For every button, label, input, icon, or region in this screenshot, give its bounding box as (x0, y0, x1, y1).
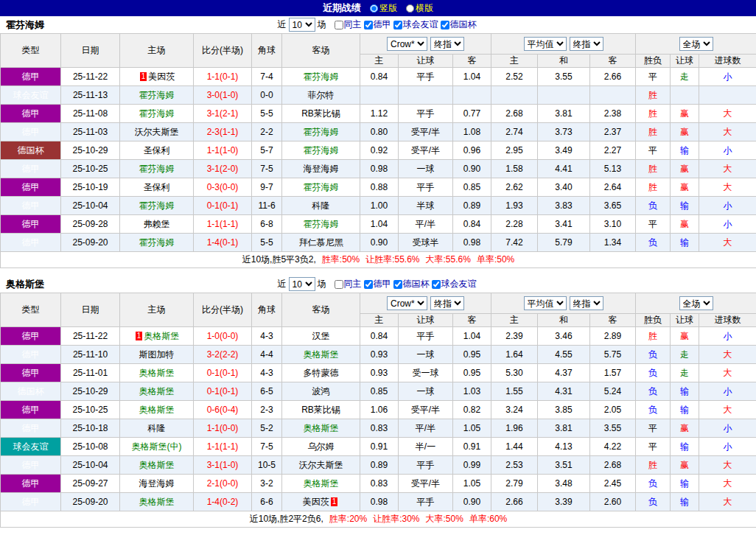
home-team-name[interactable]: 霍芬海姆 (139, 164, 175, 174)
match-date-cell: 25-10-08 (61, 438, 120, 456)
away-team-name[interactable]: RB莱比锡 (301, 405, 340, 415)
filter-checkbox[interactable]: 同主 (335, 18, 362, 31)
avg-source-select[interactable]: 平均值 (524, 296, 567, 310)
filter-checkbox[interactable]: 球会友谊 (432, 278, 477, 290)
away-team-name[interactable]: 沃尔夫斯堡 (299, 460, 343, 470)
near-label: 近 (278, 278, 287, 290)
result-cell: 胜 (636, 327, 671, 346)
home-team-name[interactable]: 圣保利 (144, 182, 170, 192)
filter-bar: 霍芬海姆 近 10 场 同主德甲球会友谊德国杯 (0, 16, 756, 33)
home-team-name[interactable]: 霍芬海姆 (139, 200, 175, 211)
odds-final-select[interactable]: 终指 (430, 37, 464, 51)
filter-checkbox[interactable]: 德国杯 (393, 278, 430, 290)
away-team-name[interactable]: 海登海姆 (304, 164, 339, 174)
filter-checkbox[interactable]: 德甲 (364, 18, 391, 31)
handicap-result-cell: 赢 (671, 327, 699, 346)
home-team-name[interactable]: 奥格斯堡 (144, 331, 179, 341)
away-team-name[interactable]: 乌尔姆 (308, 441, 335, 452)
layout-vertical-option[interactable]: 竖版 (370, 2, 397, 15)
match-row: 球会友谊25-10-08奥格斯堡(中)1-1(1-1)7-5乌尔姆0.91半/一… (1, 438, 756, 456)
score-cell: 1-1(1-1) (194, 215, 252, 234)
filter-checkbox[interactable]: 德甲 (364, 278, 391, 290)
match-count-select[interactable]: 10 (289, 277, 315, 291)
checkbox-input[interactable] (393, 21, 402, 29)
home-team-name[interactable]: 美因茨 (148, 71, 175, 82)
away-team-name[interactable]: 波鸿 (312, 386, 330, 396)
home-team-name[interactable]: 奥格斯堡 (139, 386, 175, 396)
checkbox-input[interactable] (364, 280, 373, 289)
home-team-name[interactable]: 奥格斯堡 (139, 405, 175, 415)
away-team-name[interactable]: 科隆 (312, 200, 330, 211)
checkbox-input[interactable] (393, 280, 402, 289)
home-team-name[interactable]: 奥格斯堡 (139, 460, 175, 470)
home-team-name[interactable]: 霍芬海姆 (139, 108, 175, 119)
filter-checkbox[interactable]: 同主 (335, 278, 362, 290)
checkbox-input[interactable] (335, 21, 343, 29)
odds-away-cell: 0.90 (453, 493, 491, 511)
home-team-name[interactable]: 科隆 (148, 423, 166, 433)
away-team-name[interactable]: 奥格斯堡 (304, 423, 339, 433)
home-team-name[interactable]: 圣保利 (144, 145, 170, 155)
col-odds-home: 主 (360, 55, 399, 68)
away-team-name[interactable]: 美因茨 (303, 497, 329, 507)
away-team-name[interactable]: 菲尔特 (308, 90, 335, 100)
match-count-select[interactable]: 10 (289, 18, 315, 32)
handicap-result-cell: 输 (671, 438, 699, 456)
away-team-name[interactable]: 汉堡 (312, 331, 330, 341)
handicap-result-cell: 赢 (671, 105, 699, 123)
result-cell: 胜 (636, 160, 671, 178)
away-team-name[interactable]: 奥格斯堡 (304, 478, 339, 489)
checkbox-input[interactable] (432, 280, 441, 289)
away-team-name[interactable]: 霍芬海姆 (304, 219, 339, 229)
home-team-name[interactable]: 奥格斯堡 (139, 368, 175, 378)
checkbox-input[interactable] (364, 21, 373, 29)
away-team-name[interactable]: 多特蒙德 (304, 368, 339, 378)
col-date: 日期 (61, 293, 120, 327)
home-team-name[interactable]: 霍芬海姆 (139, 90, 175, 100)
odds-source-select[interactable]: Crow* (387, 37, 427, 51)
avg-away-cell: 5.13 (590, 160, 636, 178)
away-team-cell: RB莱比锡 (282, 105, 360, 123)
home-team-name[interactable]: 奥格斯堡 (139, 497, 175, 507)
home-team-name[interactable]: 霍芬海姆 (139, 237, 175, 248)
horizontal-radio[interactable] (406, 4, 414, 13)
away-team-name[interactable]: 霍芬海姆 (304, 145, 339, 155)
result-cell: 平 (636, 419, 671, 438)
vertical-radio[interactable] (370, 4, 378, 13)
odds-handicap-cell: 平手 (399, 493, 453, 511)
layout-horizontal-option[interactable]: 横版 (406, 2, 433, 15)
odds-handicap-cell (399, 86, 453, 105)
away-team-name[interactable]: 奥格斯堡 (304, 349, 339, 360)
away-team-name[interactable]: 霍芬海姆 (304, 182, 339, 192)
goals-result-cell: 大 (699, 178, 756, 197)
score-cell: 3-1(2-0) (194, 160, 252, 178)
avg-final-select[interactable]: 终指 (570, 296, 603, 310)
goals-result-cell: 小 (699, 438, 756, 456)
avg-source-select[interactable]: 平均值 (524, 37, 567, 51)
home-team-name[interactable]: 斯图加特 (139, 349, 175, 360)
filter-checkbox[interactable]: 德国杯 (441, 18, 477, 31)
odds-handicap-cell: 一球 (399, 346, 453, 364)
away-team-name[interactable]: 霍芬海姆 (304, 127, 339, 137)
home-team-name[interactable]: 海登海姆 (139, 478, 175, 489)
checkbox-input[interactable] (441, 21, 449, 29)
col-away: 客场 (282, 293, 360, 327)
checkbox-input[interactable] (335, 280, 343, 289)
avg-draw-cell: 3.40 (538, 178, 590, 197)
filter-checkbox[interactable]: 球会友谊 (393, 18, 438, 31)
scope-select[interactable]: 全场 (679, 37, 713, 51)
avg-final-select[interactable]: 终指 (570, 37, 603, 51)
away-team-name[interactable]: RB莱比锡 (301, 108, 340, 119)
handicap-result-cell: 赢 (671, 123, 699, 141)
odds-away-cell: 1.03 (453, 382, 491, 401)
scope-select[interactable]: 全场 (679, 296, 713, 310)
home-team-name[interactable]: 弗赖堡 (144, 219, 170, 229)
summary-segment: 大率:50% (426, 514, 463, 524)
away-team-name[interactable]: 拜仁慕尼黑 (299, 237, 343, 248)
odds-final-select[interactable]: 终指 (430, 296, 464, 310)
odds-source-select[interactable]: Crow* (387, 296, 427, 310)
home-team-name[interactable]: 沃尔夫斯堡 (135, 127, 179, 137)
away-team-name[interactable]: 霍芬海姆 (304, 71, 339, 82)
home-team-name[interactable]: 奥格斯堡(中) (132, 441, 182, 452)
away-team-cell: 霍芬海姆 (282, 178, 360, 197)
